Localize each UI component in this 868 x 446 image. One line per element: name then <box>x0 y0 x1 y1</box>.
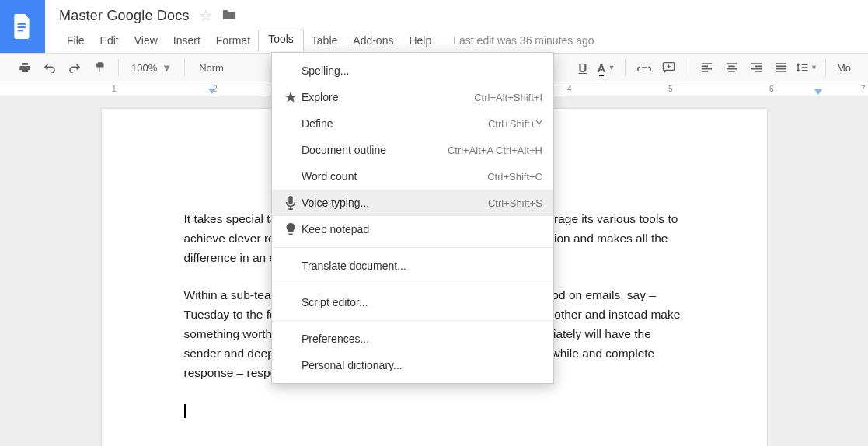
tools-menu-item[interactable]: DefineCtrl+Shift+Y <box>272 110 553 137</box>
align-justify-icon[interactable] <box>771 57 793 78</box>
explore-icon <box>280 90 302 104</box>
text-cursor <box>184 404 186 418</box>
indent-marker-right[interactable] <box>814 89 822 95</box>
tools-menu-item[interactable]: Preferences... <box>272 326 553 352</box>
menu-table[interactable]: Table <box>304 31 345 50</box>
tools-menu-item[interactable]: Spelling... <box>272 57 553 84</box>
tools-menu-item[interactable]: Document outlineCtrl+Alt+A Ctrl+Alt+H <box>272 137 553 163</box>
line-spacing-icon[interactable]: ▼ <box>796 57 817 78</box>
menu-item-shortcut: Ctrl+Shift+Y <box>488 118 542 130</box>
menu-item-label: Preferences... <box>302 333 542 345</box>
menu-item-label: Keep notepad <box>302 223 542 235</box>
last-edit-status[interactable]: Last edit was 36 minutes ago <box>453 34 594 47</box>
menu-item-label: Word count <box>302 170 487 183</box>
ruler-tick: 1 <box>112 85 117 93</box>
paragraph-style-select[interactable]: Norm <box>193 62 230 74</box>
ruler-tick: 4 <box>567 85 572 93</box>
menu-addons[interactable]: Add-ons <box>345 31 401 50</box>
ruler-tick: 5 <box>668 85 673 93</box>
insert-link-icon[interactable] <box>633 57 655 78</box>
menu-item-shortcut: Ctrl+Alt+Shift+I <box>474 92 542 103</box>
menu-item-label: Translate document... <box>302 260 542 272</box>
text-color-icon[interactable]: A▼ <box>595 57 617 78</box>
tools-menu-item[interactable]: Word countCtrl+Shift+C <box>272 163 553 190</box>
menu-format[interactable]: Format <box>208 31 258 50</box>
menu-item-label: Document outline <box>302 144 448 156</box>
underline-icon[interactable]: U <box>572 57 594 78</box>
menu-item-shortcut: Ctrl+Shift+S <box>488 197 542 209</box>
menu-help[interactable]: Help <box>401 31 439 50</box>
menu-item-label: Script editor... <box>302 296 542 308</box>
menu-item-label: Define <box>302 117 488 130</box>
tools-menu-item[interactable]: Personal dictionary... <box>272 352 553 378</box>
tools-menu-item[interactable]: ExploreCtrl+Alt+Shift+I <box>272 84 553 110</box>
ruler-tick: 2 <box>213 85 218 93</box>
svg-rect-0 <box>18 23 26 25</box>
menu-insert[interactable]: Insert <box>166 31 208 50</box>
zoom-value: 100% <box>131 62 157 74</box>
menu-item-label: Explore <box>302 91 474 103</box>
align-left-icon[interactable] <box>696 57 718 78</box>
ruler-tick: 6 <box>769 85 774 93</box>
tools-menu-item[interactable]: Translate document... <box>272 253 553 279</box>
ruler-tick: 7 <box>861 85 866 93</box>
menu-item-shortcut: Ctrl+Shift+C <box>487 171 542 183</box>
menu-view[interactable]: View <box>127 31 166 50</box>
tools-menu-item[interactable]: Voice typing...Ctrl+Shift+S <box>272 190 553 216</box>
menu-item-label: Spelling... <box>302 64 542 77</box>
menu-tools[interactable]: Tools <box>258 30 304 51</box>
more-button[interactable]: Mo <box>834 62 854 74</box>
menu-file[interactable]: File <box>59 31 92 50</box>
insert-comment-icon[interactable] <box>658 57 680 78</box>
tools-menu-item[interactable]: Script editor... <box>272 289 553 315</box>
print-icon[interactable] <box>14 57 36 78</box>
document-icon <box>12 14 33 39</box>
menu-item-label: Personal dictionary... <box>302 359 542 371</box>
svg-rect-4 <box>288 196 292 204</box>
mic-icon <box>280 196 302 210</box>
chevron-down-icon: ▼ <box>162 62 172 74</box>
docs-logo[interactable] <box>0 0 45 53</box>
align-right-icon[interactable] <box>746 57 768 78</box>
paint-format-icon[interactable] <box>89 57 110 78</box>
zoom-select[interactable]: 100%▼ <box>127 62 176 74</box>
bulb-icon <box>280 222 302 236</box>
tools-dropdown: Spelling...ExploreCtrl+Alt+Shift+IDefine… <box>271 52 554 384</box>
app-header: Master Google Docs ☆ File Edit View Inse… <box>0 0 868 53</box>
tools-menu-item[interactable]: Keep notepad <box>272 216 553 242</box>
svg-rect-2 <box>18 30 23 31</box>
style-label: Norm <box>199 62 224 74</box>
redo-icon[interactable] <box>64 57 85 78</box>
menu-bar: File Edit View Insert Format Tools Table… <box>59 30 860 51</box>
svg-rect-1 <box>18 26 26 28</box>
menu-edit[interactable]: Edit <box>92 31 127 50</box>
menu-item-shortcut: Ctrl+Alt+A Ctrl+Alt+H <box>448 145 542 156</box>
document-title[interactable]: Master Google Docs <box>59 8 190 24</box>
align-center-icon[interactable] <box>721 57 743 78</box>
undo-icon[interactable] <box>39 57 61 78</box>
folder-icon[interactable] <box>222 8 236 24</box>
menu-item-label: Voice typing... <box>302 197 488 209</box>
star-icon[interactable]: ☆ <box>199 6 213 25</box>
